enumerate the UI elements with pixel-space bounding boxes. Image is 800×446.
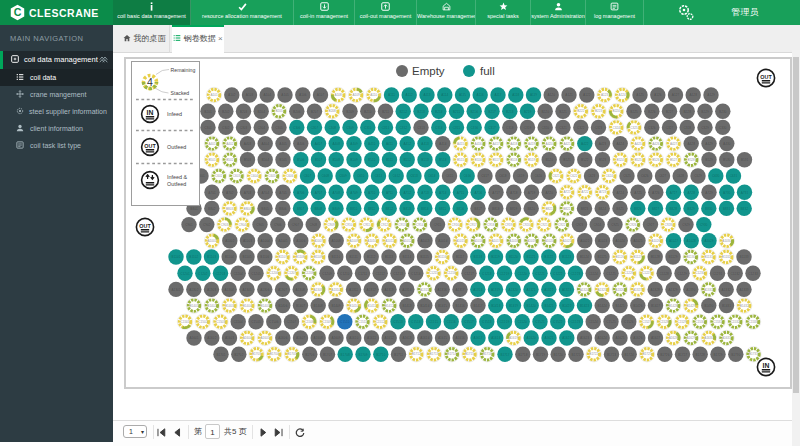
svg-text:Infeed: Infeed [167, 111, 182, 117]
svg-text:Stacked: Stacked [171, 90, 190, 96]
svg-text:4: 4 [147, 76, 153, 88]
svg-text:管理员: 管理员 [732, 7, 759, 17]
svg-text:IN: IN [147, 109, 154, 116]
svg-text:Outfeed: Outfeed [167, 181, 186, 187]
svg-text:Outfeed: Outfeed [167, 144, 186, 150]
svg-text:OUT: OUT [144, 143, 156, 149]
svg-text:Infeed &: Infeed & [167, 174, 187, 180]
svg-text:Remaining: Remaining [171, 67, 196, 73]
svg-text:C: C [14, 6, 22, 18]
